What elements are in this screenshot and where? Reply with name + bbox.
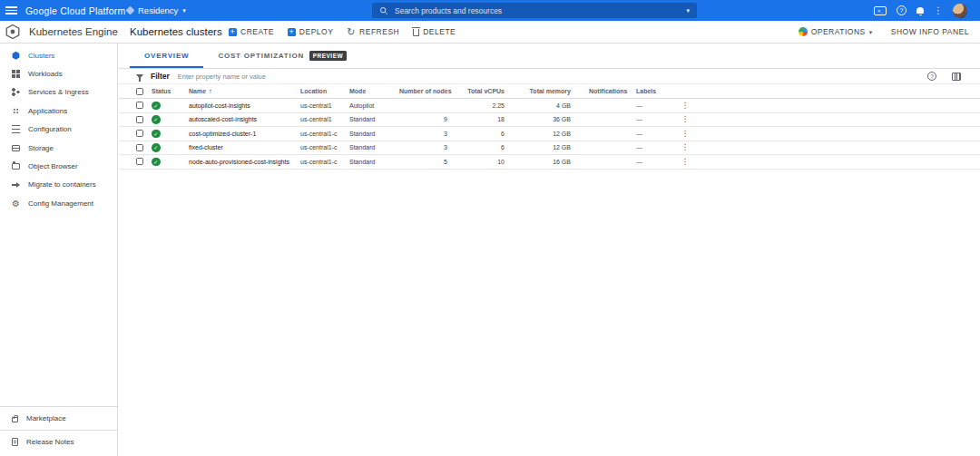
cell-total-vcpus: 18 — [451, 116, 508, 122]
toolbar: CREATE DEPLOY REFRESH DELETE — [229, 21, 456, 43]
status-ok-icon — [152, 143, 161, 152]
notifications-icon[interactable] — [916, 7, 924, 14]
cluster-name-link[interactable]: fixed-cluster — [186, 144, 296, 150]
row-actions-icon[interactable]: ⋮ — [676, 143, 694, 151]
cell-total-vcpus: 2.25 — [451, 102, 508, 109]
topbar-actions: ⋮ — [874, 0, 967, 21]
page-title: Kubernetes clusters — [130, 26, 222, 37]
sidebar-item-label: Release Notes — [26, 438, 74, 446]
project-selector[interactable]: Residency ▾ — [127, 0, 186, 21]
sidebar-item-clusters[interactable]: Clusters — [0, 46, 117, 64]
menu-icon[interactable] — [5, 6, 17, 15]
tab-overview[interactable]: OVERVIEW — [130, 44, 203, 68]
filter-funnel-icon[interactable] — [136, 74, 143, 79]
refresh-button-label: REFRESH — [359, 27, 399, 36]
row-actions-icon[interactable]: ⋮ — [676, 115, 694, 123]
delete-button[interactable]: DELETE — [413, 27, 456, 36]
status-ok-icon — [152, 115, 161, 124]
sidebar-item-label: Workloads — [28, 70, 63, 78]
cell-number-of-nodes: 3 — [399, 131, 451, 137]
cell-total-vcpus: 10 — [451, 159, 508, 165]
operations-menu[interactable]: OPERATIONS ▾ — [799, 27, 873, 36]
cell-status — [150, 158, 186, 167]
cell-total-memory: 36 GB — [508, 116, 574, 122]
services-ingress-icon — [12, 88, 20, 96]
cell-total-vcpus: 6 — [451, 144, 508, 150]
config-management-icon — [12, 199, 20, 208]
cell-labels: — — [631, 102, 676, 109]
sidebar-item-config-management[interactable]: Config Management — [0, 194, 117, 212]
sidebar-item-label: Applications — [28, 107, 67, 115]
select-all-checkbox[interactable] — [136, 88, 143, 95]
sidebar-item-label: Storage — [28, 144, 54, 152]
create-button[interactable]: CREATE — [229, 27, 274, 36]
cluster-name-link[interactable]: node-auto-provisioned-cost-insights — [186, 159, 296, 165]
sidebar-item-label: Config Management — [28, 199, 93, 208]
cell-location: us-central1-c — [296, 131, 345, 137]
cluster-name-link[interactable]: cost-optimized-cluster-1 — [186, 131, 296, 137]
cluster-name-link[interactable]: autopilot-cost-insights — [186, 102, 296, 109]
caret-down-icon: ▾ — [869, 29, 873, 35]
filter-input[interactable] — [178, 73, 927, 81]
settings-kebab-icon[interactable]: ⋮ — [934, 6, 943, 15]
row-checkbox[interactable] — [136, 102, 143, 109]
cell-labels: — — [631, 159, 676, 165]
row-checkbox[interactable] — [136, 158, 143, 165]
cluster-name-link[interactable]: autoscaled-cost-insights — [186, 116, 296, 122]
deploy-button[interactable]: DEPLOY — [288, 27, 334, 36]
column-header-number-of-nodes: Number of nodes — [399, 88, 451, 94]
row-actions-icon[interactable]: ⋮ — [676, 130, 694, 138]
show-info-panel-label: SHOW INFO PANEL — [891, 27, 969, 36]
tab-cost-optimization[interactable]: COST OPTIMIZATION PREVIEW — [203, 44, 360, 68]
kubernetes-engine-logo-icon — [5, 24, 21, 40]
cell-number-of-nodes: 9 — [399, 116, 451, 122]
product-header: Kubernetes Engine Kubernetes clusters CR… — [0, 21, 980, 44]
sidebar-item-configuration[interactable]: Configuration — [0, 121, 117, 139]
column-header-name[interactable]: Name ↑ — [186, 87, 296, 95]
row-checkbox[interactable] — [136, 116, 143, 123]
show-info-panel-button[interactable]: SHOW INFO PANEL — [891, 27, 969, 36]
row-checkbox[interactable] — [136, 144, 143, 151]
sidebar-item-label: Clusters — [28, 52, 54, 60]
cloud-shell-icon[interactable] — [874, 6, 887, 15]
marketplace-icon — [12, 417, 18, 422]
search-input[interactable] — [395, 6, 686, 15]
sidebar-item-release-notes[interactable]: Release Notes — [0, 430, 117, 453]
cell-status — [150, 143, 186, 152]
top-app-bar: Google Cloud Platform Residency ▾ ▾ ⋮ — [0, 0, 980, 21]
cell-number-of-nodes: 5 — [399, 159, 451, 165]
column-display-options-icon[interactable] — [952, 73, 961, 81]
sidebar-item-applications[interactable]: Applications — [0, 102, 117, 120]
global-search[interactable]: ▾ — [372, 3, 697, 18]
cell-mode: Standard — [345, 159, 399, 165]
tab-bar: OVERVIEW COST OPTIMIZATION PREVIEW — [119, 44, 980, 69]
search-caret-icon[interactable]: ▾ — [686, 7, 690, 14]
sidebar-item-services-ingress[interactable]: Services & Ingress — [0, 83, 117, 102]
create-button-label: CREATE — [240, 27, 274, 36]
sidebar-item-migrate-to-containers[interactable]: Migrate to containers — [0, 176, 117, 194]
sidebar-item-object-browser[interactable]: Object Browser — [0, 157, 117, 175]
help-icon[interactable] — [897, 5, 906, 15]
refresh-button[interactable]: REFRESH — [347, 27, 399, 36]
row-checkbox[interactable] — [136, 130, 143, 137]
sidebar-item-storage[interactable]: Storage — [0, 139, 117, 157]
status-ok-icon — [152, 130, 161, 139]
brand-title[interactable]: Google Cloud Platform — [25, 5, 125, 16]
cell-location: us-central1-c — [296, 144, 345, 150]
sidebar-item-marketplace[interactable]: Marketplace — [0, 406, 117, 430]
column-header-notifications: Notifications — [574, 88, 631, 94]
deploy-button-label: DEPLOY — [299, 27, 334, 36]
row-actions-icon[interactable]: ⋮ — [676, 158, 694, 166]
row-actions-icon[interactable]: ⋮ — [676, 102, 694, 110]
cell-labels: — — [631, 116, 676, 122]
operations-label: OPERATIONS — [811, 27, 866, 36]
migrate-icon — [12, 180, 20, 189]
sidebar: ClustersWorkloadsServices & IngressAppli… — [0, 44, 118, 456]
cell-total-memory: 4 GB — [508, 102, 574, 109]
table-help-icon[interactable] — [927, 72, 936, 81]
cell-status — [150, 102, 186, 111]
sidebar-item-workloads[interactable]: Workloads — [0, 64, 117, 82]
sidebar-item-label: Services & Ingress — [28, 88, 89, 96]
account-avatar[interactable] — [953, 4, 967, 18]
operations-icon — [799, 27, 808, 36]
